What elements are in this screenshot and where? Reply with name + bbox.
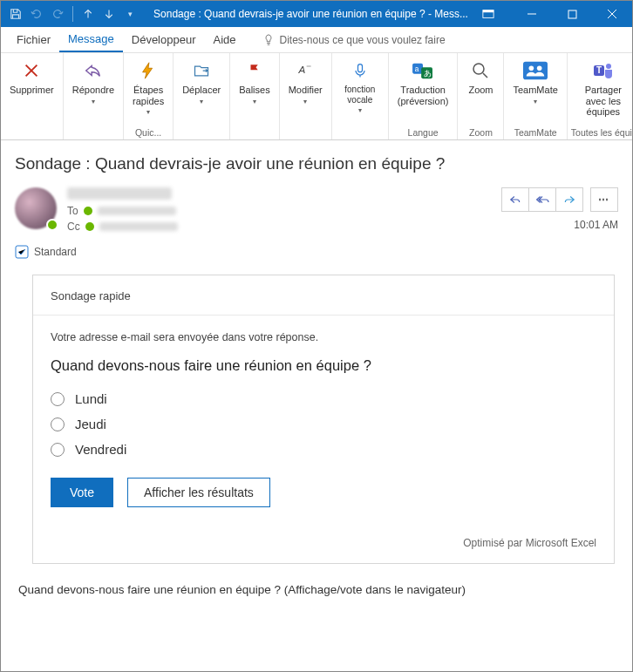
show-results-button[interactable]: Afficher les résultats bbox=[127, 478, 270, 507]
sender-name bbox=[67, 187, 172, 200]
translate-icon: aあ bbox=[411, 58, 435, 83]
svg-rect-1 bbox=[483, 10, 493, 13]
to-recipient bbox=[98, 207, 176, 215]
presence-dot-icon bbox=[84, 207, 92, 215]
radio-icon bbox=[51, 392, 65, 406]
move-button[interactable]: Déplacer ▾ bbox=[177, 57, 226, 107]
title-bar: ▾ Sondage : Quand devrais-je avoir une r… bbox=[1, 1, 632, 27]
message-header: To Cc ⋯ 10:01 AM bbox=[15, 187, 618, 233]
poll-option[interactable]: Jeudi bbox=[51, 411, 596, 437]
presence-dot-icon bbox=[85, 222, 94, 231]
group-teammate: TeamMate bbox=[507, 127, 562, 139]
tab-file[interactable]: Fichier bbox=[8, 27, 59, 52]
svg-text:a: a bbox=[415, 65, 419, 73]
group-zoom: Zoom bbox=[461, 127, 500, 139]
message-time: 10:01 AM bbox=[501, 219, 618, 231]
group-all-teams[interactable]: Toutes les équipes ⌃ bbox=[571, 127, 633, 139]
radio-icon bbox=[51, 417, 65, 431]
svg-point-16 bbox=[606, 64, 611, 69]
voice-icon bbox=[348, 58, 372, 83]
lightbulb-icon bbox=[262, 34, 275, 46]
teammate-button[interactable]: TeamMate ▾ bbox=[507, 57, 562, 107]
cc-recipient bbox=[99, 222, 178, 231]
lightning-icon bbox=[136, 58, 160, 83]
group-language: Langue bbox=[392, 127, 454, 139]
minimize-button[interactable] bbox=[512, 1, 552, 27]
tab-help[interactable]: Aide bbox=[204, 27, 244, 52]
cc-label: Cc bbox=[67, 221, 80, 233]
message-body: Sondage : Quand devrais-je avoir une réu… bbox=[1, 140, 632, 605]
poll-header: Sondage rapide bbox=[33, 275, 614, 316]
tab-message[interactable]: Message bbox=[59, 27, 123, 52]
next-item-icon[interactable] bbox=[99, 4, 119, 24]
prev-item-icon[interactable] bbox=[78, 4, 98, 24]
poll-question: Quand devons-nous faire une réunion en é… bbox=[51, 357, 596, 374]
delete-button[interactable]: Supprimer bbox=[4, 57, 59, 98]
quick-steps-button[interactable]: Étapes rapides ▾ bbox=[127, 57, 169, 118]
reply-all-action[interactable] bbox=[528, 187, 556, 212]
quick-access-toolbar: ▾ bbox=[1, 4, 140, 24]
modify-icon: A bbox=[293, 58, 317, 83]
sensitivity-icon bbox=[15, 245, 29, 259]
tell-me-search[interactable]: Dites-nous ce que vous voulez faire bbox=[262, 34, 446, 46]
zoom-button[interactable]: Zoom bbox=[461, 57, 500, 98]
ribbon-tabs: Fichier Message Développeur Aide Dites-n… bbox=[1, 27, 632, 53]
reply-icon bbox=[81, 58, 106, 83]
to-line: To bbox=[67, 205, 491, 217]
svg-rect-3 bbox=[568, 10, 576, 18]
reply-action[interactable] bbox=[501, 187, 529, 212]
save-icon[interactable] bbox=[6, 4, 25, 24]
poll-option[interactable]: Vendredi bbox=[51, 437, 596, 462]
svg-text:A: A bbox=[298, 64, 306, 75]
message-subject: Sondage : Quand devrais-je avoir une réu… bbox=[15, 154, 618, 173]
more-actions[interactable]: ⋯ bbox=[590, 187, 618, 212]
poll-option[interactable]: Lundi bbox=[51, 386, 596, 411]
share-teams-button[interactable]: T Partager avec les équipes bbox=[571, 57, 633, 119]
svg-text:T: T bbox=[596, 65, 602, 75]
poll-disclaimer: Votre adresse e-mail sera envoyée dans v… bbox=[51, 331, 596, 343]
svg-rect-11 bbox=[523, 62, 548, 80]
ribbon-display-icon[interactable] bbox=[482, 9, 512, 19]
powered-by-label: Optimisé par Microsoft Excel bbox=[51, 537, 596, 549]
sensitivity-label: Standard bbox=[15, 245, 618, 259]
forward-action[interactable] bbox=[555, 187, 583, 212]
tell-me-label: Dites-nous ce que vous voulez faire bbox=[280, 34, 446, 46]
browser-view-link[interactable]: Quand devons-nous faire une réunion en é… bbox=[15, 564, 618, 596]
svg-point-13 bbox=[537, 65, 542, 71]
undo-icon[interactable] bbox=[27, 4, 46, 24]
maximize-button[interactable] bbox=[552, 1, 592, 27]
translate-button[interactable]: aあ Traduction (préversion) bbox=[392, 57, 454, 108]
presence-indicator bbox=[46, 219, 58, 231]
window-title: Sondage : Quand devrais-je avoir une réu… bbox=[140, 8, 482, 20]
voice-button[interactable]: fonction vocale ▾ bbox=[336, 57, 385, 116]
poll-card: Sondage rapide Votre adresse e-mail sera… bbox=[32, 275, 615, 564]
svg-point-10 bbox=[473, 64, 484, 74]
redo-icon[interactable] bbox=[48, 4, 67, 24]
zoom-icon bbox=[468, 58, 493, 83]
radio-icon bbox=[51, 443, 65, 457]
svg-point-12 bbox=[529, 65, 534, 71]
message-actions: ⋯ bbox=[501, 187, 618, 212]
reply-button[interactable]: Répondre ▾ bbox=[67, 57, 119, 107]
svg-text:あ: あ bbox=[424, 69, 432, 78]
to-label: To bbox=[67, 205, 78, 217]
delete-icon bbox=[19, 58, 44, 83]
svg-rect-5 bbox=[357, 64, 362, 72]
modify-button[interactable]: A Modifier ▾ bbox=[283, 57, 328, 107]
window-controls bbox=[512, 1, 632, 27]
vote-button[interactable]: Vote bbox=[51, 478, 113, 507]
ribbon: Supprimer Répondre ▾ Étapes rapides ▾ Qu… bbox=[1, 53, 632, 140]
flag-icon bbox=[242, 58, 267, 83]
tab-developer[interactable]: Développeur bbox=[123, 27, 205, 52]
group-quicksteps: Quic... bbox=[127, 127, 169, 139]
teams-icon: T bbox=[591, 58, 616, 83]
cc-line: Cc bbox=[67, 221, 491, 233]
tags-button[interactable]: Balises ▾ bbox=[234, 57, 275, 107]
close-button[interactable] bbox=[592, 1, 632, 27]
qat-dropdown-icon[interactable]: ▾ bbox=[120, 4, 140, 24]
teammate-icon bbox=[523, 58, 548, 83]
move-icon bbox=[189, 58, 214, 83]
